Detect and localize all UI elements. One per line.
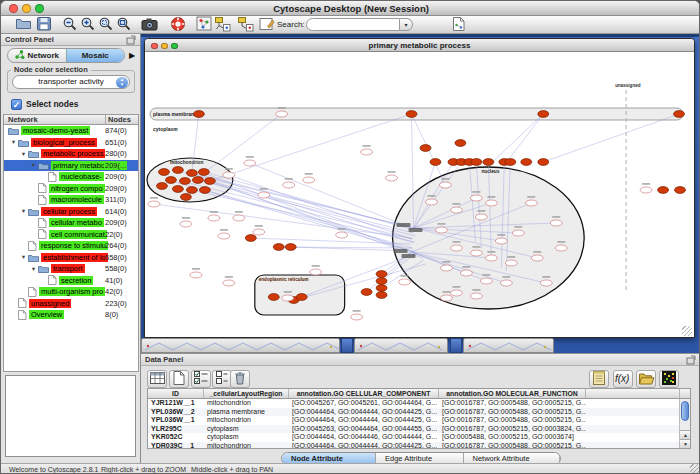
annotation-button[interactable]: [257, 16, 277, 33]
minimized-window-3[interactable]: [463, 338, 554, 353]
search-dropdown-icon[interactable]: ▾: [400, 18, 413, 31]
cell[interactable]: YPL036W__1: [148, 416, 204, 425]
scroll-up-icon[interactable]: ▲: [680, 430, 691, 439]
tab-mosaic[interactable]: Mosaic: [66, 49, 125, 62]
cell[interactable]: [GO:0016787, GO:0005488, GO:0005215, G..…: [439, 416, 586, 425]
cell[interactable]: YKR052C: [148, 433, 204, 442]
disclosure-triangle-icon[interactable]: ▼: [30, 162, 37, 168]
table-row-YJR121W__1[interactable]: YJR121W__1mitochondrion[GO:0045267, GO:0…: [148, 399, 690, 408]
tree-row-secretion[interactable]: secretion41(0): [4, 275, 138, 287]
disclosure-triangle-icon[interactable]: ▼: [20, 254, 27, 260]
zoom-in-button[interactable]: [78, 16, 98, 33]
zoom-selected-button[interactable]: [96, 16, 116, 33]
formula-builder-button[interactable]: f(x): [613, 370, 633, 388]
tree-row-nitrogen-compo[interactable]: nitrogen compo209(0): [4, 183, 138, 195]
cell[interactable]: [GO:0016787, GO:0005488, GO:0005215, G..…: [439, 442, 586, 450]
disclosure-triangle-icon[interactable]: ▼: [10, 139, 17, 145]
tree-row-macromolecule[interactable]: macromolecule311(0): [4, 194, 138, 206]
import-attributes-button[interactable]: [636, 370, 656, 388]
column-header-annotation.GO MOLECULAR_FUNCTION[interactable]: annotation.GO MOLECULAR_FUNCTION: [439, 389, 586, 398]
disclosure-triangle-icon[interactable]: ▼: [20, 151, 27, 157]
cell[interactable]: mitochondrion: [204, 416, 289, 425]
disclosure-triangle-icon[interactable]: ▼: [20, 208, 27, 214]
zoom-out-button[interactable]: [60, 16, 80, 33]
annotation-browser-button[interactable]: [589, 370, 609, 388]
cell[interactable]: plasma membrane: [204, 408, 289, 417]
cell[interactable]: YDR039C__1: [148, 442, 204, 450]
cell[interactable]: YLR295C: [148, 425, 204, 434]
select-all-button[interactable]: [147, 370, 167, 388]
select-nodes-checkbox[interactable]: ✓: [11, 99, 22, 110]
cell[interactable]: YPL036W__2: [148, 408, 204, 417]
help-button[interactable]: [168, 16, 188, 33]
cell[interactable]: [GO:0045263, GO:0044464, GO:0044455, G..…: [289, 425, 439, 434]
table-row-YDR039C__1[interactable]: YDR039C__1mitochondrion[GO:0044464, GO:0…: [148, 442, 690, 450]
cell[interactable]: cytoplasm: [204, 433, 289, 442]
minimized-window-2[interactable]: [354, 338, 448, 353]
cytopanel-button[interactable]: [194, 16, 214, 33]
snapshot-button[interactable]: [139, 16, 159, 33]
column-header-annotation.GO CELLULAR_COMPONENT[interactable]: annotation.GO CELLULAR_COMPONENT: [289, 389, 439, 398]
tree-row-multi-organism-pro[interactable]: multi-organism pro42(0): [4, 286, 138, 298]
tree-row-transport[interactable]: ▼transport558(0): [4, 263, 138, 275]
table-row-YKR052C[interactable]: YKR052Ccytoplasm[GO:0044464, GO:0044446,…: [148, 433, 690, 442]
cell[interactable]: [GO:0016787, GO:0005215, GO:0003824, G..…: [439, 425, 586, 434]
network-tree-header[interactable]: Network Nodes: [4, 115, 138, 125]
view-resize-grip[interactable]: [682, 326, 692, 336]
open-button[interactable]: [13, 16, 33, 33]
tree-row-establishment-of-lo[interactable]: ▼establishment of lo558(0): [4, 252, 138, 264]
cell[interactable]: [GO:0005488, GO:0005215, GO:0003674]: [439, 433, 586, 442]
cell[interactable]: cytoplasm: [204, 425, 289, 434]
zoom-fit-button[interactable]: [114, 16, 134, 33]
new-attribute-button[interactable]: [169, 370, 189, 388]
column-header-ID[interactable]: ID: [148, 389, 204, 398]
tree-row-overview[interactable]: Overview8(0): [4, 309, 138, 321]
tree-row-cellular-metabo[interactable]: cellular metabo209(0): [4, 217, 138, 229]
scrollbar-thumb[interactable]: [681, 401, 689, 421]
cell[interactable]: [GO:0044464, GO:0044444, GO:0044425, G..…: [289, 408, 439, 417]
network-canvas[interactable]: plasma membranecytoplasmmitochondrionnuc…: [146, 52, 693, 337]
float-panel-icon[interactable]: [126, 35, 137, 49]
birdseye-view[interactable]: [5, 375, 136, 457]
column-header-blank[interactable]: [586, 389, 680, 398]
network-view-window[interactable]: primary metabolic process plasma membran…: [144, 38, 695, 338]
tree-row-cell-communicat[interactable]: cell communicat22(0): [4, 229, 138, 241]
table-row-YLR295C[interactable]: YLR295Ccytoplasm[GO:0045263, GO:0044464,…: [148, 425, 690, 434]
scroll-down-icon[interactable]: ▼: [680, 439, 691, 448]
network-view-titlebar[interactable]: primary metabolic process: [145, 39, 694, 52]
tree-row-mosaic-demo-yeast[interactable]: mosaic-demo-yeast874(0): [4, 125, 138, 137]
cell[interactable]: [GO:0045267, GO:0045261, GO:0044464, G..…: [289, 399, 439, 408]
mosaic-plugin-1-button[interactable]: [212, 16, 232, 33]
mosaic-plugin-2-button[interactable]: [235, 16, 255, 33]
table-scrollbar[interactable]: ▲ ▼: [679, 399, 690, 448]
save-button[interactable]: [34, 16, 54, 33]
tree-row-metabolic-process[interactable]: ▼metabolic process280(0): [4, 148, 138, 160]
column-header-_cellularLayoutRegion[interactable]: _cellularLayoutRegion: [204, 389, 289, 398]
cell[interactable]: [GO:0044464, GO:0044444, GO:0044425, G..…: [289, 442, 439, 450]
window-resize-grip[interactable]: [690, 464, 700, 474]
tree-row-nucleobase-[interactable]: nucleobase-209(0): [4, 171, 138, 183]
tree-row-response-to-stimulu[interactable]: response to stimulu264(0): [4, 240, 138, 252]
tree-row-primary-metabo[interactable]: ▼primary metabo209(...: [4, 160, 138, 172]
cell[interactable]: mitochondrion: [204, 442, 289, 450]
import-network-button[interactable]: [449, 16, 469, 33]
float-data-panel-icon[interactable]: [686, 355, 697, 369]
cell[interactable]: YJR121W__1: [148, 399, 204, 408]
cell[interactable]: [GO:0044464, GO:0044444, GO:0044425, G..…: [289, 416, 439, 425]
delete-attribute-button[interactable]: [230, 370, 250, 388]
cell[interactable]: mitochondrion: [204, 399, 289, 408]
tab-overflow-icon[interactable]: ▶: [129, 51, 135, 60]
heatmap-button[interactable]: [659, 370, 679, 388]
unselect-attributes-button[interactable]: [212, 370, 232, 388]
table-row-YPL036W__1[interactable]: YPL036W__1mitochondrion[GO:0044464, GO:0…: [148, 416, 690, 425]
tab-network[interactable]: Network: [8, 49, 66, 62]
select-attributes-button[interactable]: [191, 370, 211, 388]
cell[interactable]: [GO:0016787, GO:0005488, GO:0005215, G..…: [439, 408, 586, 417]
tree-row-cellular-process[interactable]: ▼cellular process614(0): [4, 206, 138, 218]
disclosure-triangle-icon[interactable]: ▼: [30, 266, 37, 272]
tree-row-unassigned[interactable]: unassigned223(0): [4, 298, 138, 310]
cell[interactable]: [GO:0044464, GO:0044446, GO:0044444, G..…: [289, 433, 439, 442]
node-color-dropdown[interactable]: transporter activity ▲▼: [12, 75, 130, 89]
table-row-YPL036W__2[interactable]: YPL036W__2plasma membrane[GO:0044464, GO…: [148, 408, 690, 417]
search-input[interactable]: [306, 18, 400, 31]
